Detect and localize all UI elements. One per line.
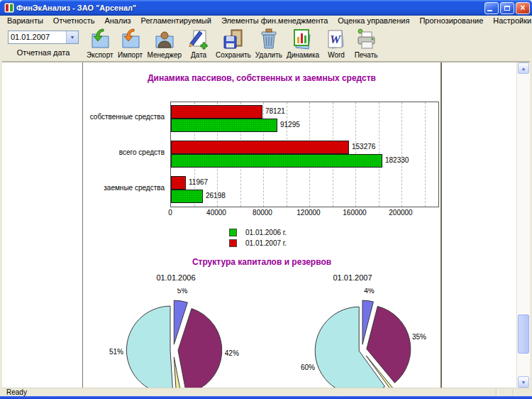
x-axis-tick-label: 40000 <box>206 209 226 217</box>
scroll-up-icon[interactable]: ▲ <box>518 62 529 74</box>
report-page: Динамика пассивов, собственных и заемных… <box>82 62 442 388</box>
category-label: всего средств <box>83 148 170 156</box>
pie-chart-2007: 4%35%1%60% <box>291 288 440 388</box>
gridline <box>401 102 402 207</box>
x-axis-tick-label: 120000 <box>297 209 320 217</box>
bar-chart-plot-area: 78121912951532761823301196726198 <box>170 102 439 207</box>
close-icon: × <box>516 3 529 13</box>
x-axis-tick-label: 80000 <box>253 209 272 217</box>
word-icon: W <box>325 28 348 50</box>
toolbar-button-label: Экспорт <box>87 51 113 59</box>
export-folder-icon <box>89 28 111 50</box>
pie-slice-label: 5% <box>177 288 188 295</box>
title-bar[interactable]: ФинЭкАнализ - ЗАО "Арсенал" × <box>0 0 532 16</box>
toolbar-button-label: Удалить <box>255 51 282 59</box>
legend-swatch <box>229 229 237 236</box>
pie-subtitle-2006: 01.01.2006 <box>126 273 226 282</box>
menu-item-анализ[interactable]: Анализ <box>99 16 135 25</box>
window-title: ФинЭкАнализ - ЗАО "Арсенал" <box>16 4 483 12</box>
scrollbar-thumb[interactable] <box>518 315 529 354</box>
toolbar-button-печать[interactable]: Печать <box>351 27 381 60</box>
date-edit-icon <box>187 28 210 50</box>
close-button[interactable]: × <box>516 2 530 14</box>
bar-value-label: 91295 <box>280 121 300 129</box>
menu-item-регламентируемый[interactable]: Регламентируемый <box>136 16 216 25</box>
svg-text:W: W <box>330 33 342 46</box>
legend-entry: 01.01.2006 г. <box>229 227 294 238</box>
window-border-bottom <box>0 396 532 399</box>
toolbar-button-label: Динамика <box>287 51 319 59</box>
legend-swatch <box>229 239 237 247</box>
menu-item-элементы-фин-менеджмента[interactable]: Элементы фин.менеджмента <box>216 16 333 25</box>
save-floppy-icon <box>222 28 245 50</box>
report-date-label: Отчетная дата <box>4 48 83 57</box>
pie-slice-label: 35% <box>412 333 426 341</box>
pie-chart-2006: 5%42%2%51% <box>102 288 251 388</box>
bar-chart-title: Динамика пассивов, собственных и заемных… <box>83 73 440 83</box>
bar <box>171 154 382 168</box>
vertical-scrollbar[interactable]: ▲ ▼ <box>516 62 530 388</box>
toolbar-button-динамика[interactable]: Динамика <box>284 27 321 60</box>
toolbar-button-дата[interactable]: Дата <box>184 27 214 60</box>
bar <box>171 119 277 132</box>
toolbar-button-label: Менеджер <box>148 51 182 59</box>
status-bar: Ready <box>2 388 530 396</box>
toolbar-button-label: Дата <box>191 51 206 59</box>
toolbar-button-удалить[interactable]: Удалить <box>253 27 284 60</box>
scroll-down-icon[interactable]: ▼ <box>518 376 529 388</box>
toolbar-button-label: Сохранить <box>216 51 251 59</box>
import-folder-icon <box>119 28 142 50</box>
pie-slice <box>178 309 222 388</box>
menu-item-оценка-управления[interactable]: Оценка управления <box>333 16 414 25</box>
minimize-icon <box>487 10 492 11</box>
report-viewport: Динамика пассивов, собственных и заемных… <box>2 62 516 388</box>
manager-person-icon <box>153 28 176 50</box>
report-date-value[interactable]: 01.01.2007 <box>9 31 66 43</box>
menu-item-прогнозирование[interactable]: Прогнозирование <box>414 16 488 25</box>
category-label: собственные средства <box>83 113 170 121</box>
delete-trash-icon <box>257 28 280 50</box>
report-date-combobox[interactable]: 01.01.2007 ▼ <box>8 31 79 44</box>
toolbar-button-label: Импорт <box>118 51 143 59</box>
bar-value-label: 78121 <box>265 107 285 115</box>
chevron-down-icon[interactable]: ▼ <box>66 31 78 43</box>
toolbar-button-экспорт[interactable]: Экспорт <box>84 27 116 60</box>
dynamics-chart-icon <box>292 28 314 50</box>
bar-value-label: 11967 <box>189 178 208 186</box>
pie-chart-title: Структура капиталов и резервов <box>83 257 440 267</box>
pie-slice-label: 42% <box>225 349 239 357</box>
legend-label: 01.01.2006 г. <box>245 229 287 236</box>
pie-slice-label: 60% <box>301 364 315 371</box>
status-separator <box>496 389 497 395</box>
menu-item-отчетность[interactable]: Отчетность <box>48 16 100 25</box>
bar-value-label: 26198 <box>206 192 226 200</box>
bar-value-label: 182330 <box>385 156 409 164</box>
restore-button[interactable] <box>500 2 514 14</box>
app-window: ФинЭкАнализ - ЗАО "Арсенал" × ВариантыОт… <box>0 0 532 399</box>
category-label: заемные средства <box>83 184 170 192</box>
restore-icon <box>504 6 510 11</box>
x-axis-tick-label: 200000 <box>389 209 412 217</box>
pie-slice <box>126 306 172 388</box>
menu-bar: ВариантыОтчетностьАнализРегламентируемый… <box>2 16 530 26</box>
bar <box>171 141 349 154</box>
toolbar-buttons: ЭкспортИмпортМенеджерДатаСохранитьУдалит… <box>84 27 381 60</box>
minimize-button[interactable] <box>484 2 499 14</box>
x-axis-tick-label: 0 <box>168 209 172 217</box>
pie-slice-label: 51% <box>109 348 123 356</box>
status-text: Ready <box>6 388 27 396</box>
main-area: Динамика пассивов, собственных и заемных… <box>2 62 530 388</box>
toolbar-button-импорт[interactable]: Импорт <box>116 27 145 60</box>
toolbar-button-менеджер[interactable]: Менеджер <box>145 27 184 60</box>
x-axis-tick-label: 160000 <box>343 209 366 217</box>
menu-item-варианты[interactable]: Варианты <box>2 16 48 25</box>
gridline <box>425 102 426 207</box>
menu-item-настройки[interactable]: Настройки <box>488 16 532 25</box>
toolbar-button-label: Word <box>328 51 345 59</box>
toolbar-button-сохранить[interactable]: Сохранить <box>214 27 253 60</box>
toolbar-button-word[interactable]: WWord <box>321 27 351 60</box>
pie-subtitle-2007: 01.01.2007 <box>303 273 402 282</box>
status-separator <box>513 389 514 395</box>
print-icon <box>355 28 377 50</box>
bar-value-label: 153276 <box>352 143 375 151</box>
